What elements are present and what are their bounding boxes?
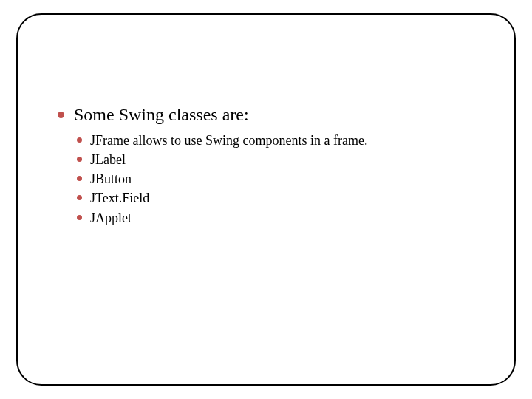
list-item-text: JButton <box>90 171 132 186</box>
list-item: JApplet <box>74 208 477 228</box>
sub-list: JFrame allows to use Swing components in… <box>74 131 477 227</box>
list-item-text: JText.Field <box>90 191 149 205</box>
list-item: JFrame allows to use Swing components in… <box>74 131 477 150</box>
list-item: JButton <box>74 169 477 188</box>
main-heading-item: Some Swing classes are: JFrame allows to… <box>55 103 477 228</box>
list-item: JLabel <box>74 150 477 169</box>
list-item-text: JApplet <box>90 211 132 225</box>
list-item-text: JFrame allows to use Swing components in… <box>90 133 367 148</box>
list-item-text: JLabel <box>90 152 126 167</box>
main-heading-text: Some Swing classes are: <box>74 105 249 124</box>
slide-frame: Some Swing classes are: JFrame allows to… <box>16 13 516 386</box>
main-list: Some Swing classes are: JFrame allows to… <box>55 103 477 228</box>
list-item: JText.Field <box>74 188 477 208</box>
